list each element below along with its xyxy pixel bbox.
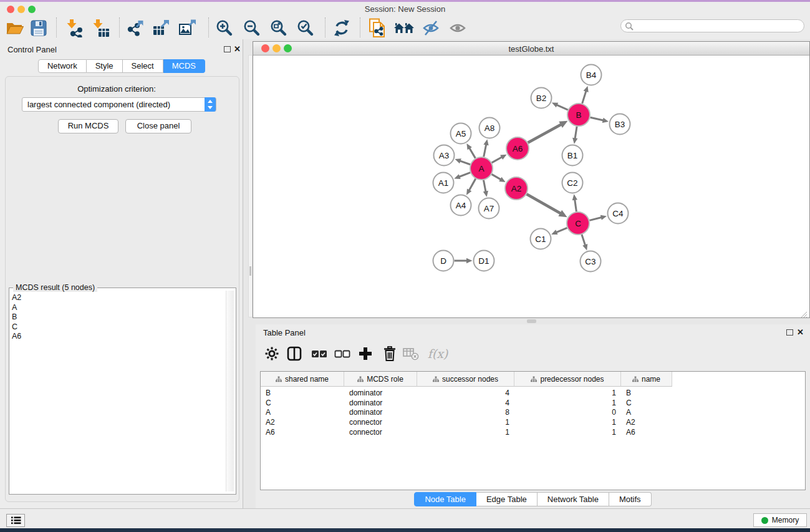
edge-A-A4[interactable] [469, 179, 476, 191]
export-table-icon[interactable] [151, 18, 172, 38]
node-A2[interactable]: A2 [505, 177, 528, 200]
tab-motifs[interactable]: Motifs [609, 492, 652, 506]
float-panel-icon[interactable] [224, 46, 231, 52]
zoom-selected-icon[interactable] [295, 18, 316, 38]
edge-C-C3[interactable] [582, 235, 586, 245]
node-B4[interactable]: B4 [581, 65, 602, 85]
add-column-icon[interactable] [355, 344, 375, 364]
node-C3[interactable]: C3 [581, 251, 601, 272]
node-B1[interactable]: B1 [562, 145, 583, 166]
mcds-result-list[interactable]: A2ABCA6 [12, 293, 21, 342]
node-table[interactable]: shared nameMCDS rolesuccessor nodesprede… [260, 371, 806, 490]
node-A7[interactable]: A7 [479, 198, 499, 219]
delete-column-trash-icon[interactable] [380, 344, 400, 364]
column-header-name[interactable]: name [621, 372, 672, 387]
table-row[interactable]: Bdominator41B [261, 389, 805, 399]
tab-edge-table[interactable]: Edge Table [476, 492, 538, 506]
edge-A-A7[interactable] [484, 180, 486, 192]
table-row[interactable]: A2connector11A2 [261, 418, 805, 428]
node-C4[interactable]: C4 [608, 203, 629, 224]
import-network-icon[interactable] [64, 18, 85, 38]
show-selected-icon[interactable] [447, 18, 468, 38]
clone-network-icon[interactable] [367, 18, 388, 38]
memory-button[interactable]: Memory [753, 513, 807, 527]
show-all-networks-icon[interactable] [393, 18, 415, 38]
edge-C-C4[interactable] [589, 218, 601, 221]
node-A8[interactable]: A8 [480, 118, 500, 138]
node-A1[interactable]: A1 [433, 173, 454, 193]
table-row[interactable]: Adominator80A [261, 408, 805, 418]
mcds-result-item[interactable]: A6 [12, 332, 21, 342]
node-B[interactable]: B [567, 104, 590, 126]
node-C2[interactable]: C2 [562, 173, 583, 193]
node-A5[interactable]: A5 [451, 123, 471, 144]
tab-mcds[interactable]: MCDS [163, 59, 205, 73]
result-scrollbar[interactable] [226, 291, 234, 491]
tab-select[interactable]: Select [123, 59, 163, 73]
tab-network-table[interactable]: Network Table [538, 492, 609, 506]
table-row[interactable]: Cdominator41C [261, 399, 805, 409]
network-vertical-scrollbar[interactable] [248, 55, 253, 317]
table-settings-gear-icon[interactable] [262, 344, 282, 364]
close-table-panel-icon[interactable]: ✕ [797, 329, 804, 336]
zoom-fit-icon[interactable] [268, 18, 289, 38]
edge-A2-C[interactable] [527, 194, 561, 213]
edge-B-B1[interactable] [575, 127, 577, 139]
close-panel-icon[interactable]: ✕ [234, 46, 241, 52]
refresh-layout-icon[interactable] [331, 18, 352, 38]
column-header-successor-nodes[interactable]: successor nodes [417, 372, 514, 387]
node-A4[interactable]: A4 [451, 195, 471, 216]
column-header-predecessor-nodes[interactable]: predecessor nodes [514, 372, 621, 387]
save-session-icon[interactable] [28, 18, 49, 38]
deselect-all-rows-icon[interactable] [332, 344, 352, 364]
column-header-MCDS-role[interactable]: MCDS role [344, 372, 417, 387]
search-field[interactable] [620, 19, 804, 32]
run-mcds-button[interactable]: Run MCDS [58, 119, 118, 133]
node-B2[interactable]: B2 [531, 88, 552, 109]
edge-A-A5[interactable] [470, 148, 476, 158]
edge-B-B4[interactable] [582, 91, 586, 104]
hide-selected-icon[interactable] [420, 18, 441, 38]
edge-C-C1[interactable] [556, 228, 567, 232]
network-horizontal-scrollbar[interactable] [527, 319, 536, 323]
search-input[interactable] [634, 21, 804, 31]
node-C[interactable]: C [567, 212, 589, 235]
edge-C-C2[interactable] [575, 200, 577, 211]
table-row[interactable]: A6connector11A6 [261, 428, 805, 438]
show-columns-icon[interactable] [284, 344, 304, 364]
network-window-titlebar[interactable]: testGlobe.txt [253, 42, 809, 56]
function-builder-icon[interactable]: f(x) [425, 344, 450, 364]
mcds-result-item[interactable]: B [12, 312, 21, 322]
edge-A-A8[interactable] [484, 144, 486, 157]
mcds-result-item[interactable]: A [12, 303, 21, 313]
delete-table-icon[interactable] [401, 344, 421, 364]
node-D[interactable]: D [433, 251, 454, 271]
network-graph[interactable]: B4B2BB3A5A8A6A3B1AA1C2A2A4A7CC4C1C3DD1 [253, 56, 809, 317]
zoom-in-icon[interactable] [214, 18, 235, 38]
mcds-result-item[interactable]: A2 [12, 293, 21, 303]
node-A[interactable]: A [470, 157, 493, 180]
mcds-result-item[interactable]: C [12, 322, 21, 332]
select-all-rows-icon[interactable] [309, 344, 329, 364]
tab-node-table[interactable]: Node Table [414, 492, 476, 506]
export-network-icon[interactable] [125, 18, 146, 38]
task-history-button[interactable] [6, 514, 25, 527]
node-C1[interactable]: C1 [531, 229, 551, 249]
float-table-panel-icon[interactable] [786, 329, 793, 336]
open-session-icon[interactable] [4, 18, 26, 38]
tab-style[interactable]: Style [87, 59, 123, 73]
column-header-shared-name[interactable]: shared name [261, 372, 344, 387]
criterion-dropdown[interactable]: largest connected component (directed) [22, 97, 216, 112]
node-B3[interactable]: B3 [610, 114, 630, 135]
edge-A6-B[interactable] [528, 124, 561, 142]
edge-A-A2[interactable] [491, 174, 501, 179]
edge-A-A3[interactable] [460, 161, 470, 165]
edge-A-A1[interactable] [459, 173, 470, 177]
zoom-out-icon[interactable] [241, 18, 263, 38]
node-A6[interactable]: A6 [506, 137, 529, 160]
tab-network[interactable]: Network [38, 59, 87, 73]
export-image-icon[interactable] [177, 18, 198, 38]
node-A3[interactable]: A3 [434, 145, 455, 166]
node-D1[interactable]: D1 [474, 251, 494, 271]
import-table-icon[interactable] [90, 18, 111, 38]
